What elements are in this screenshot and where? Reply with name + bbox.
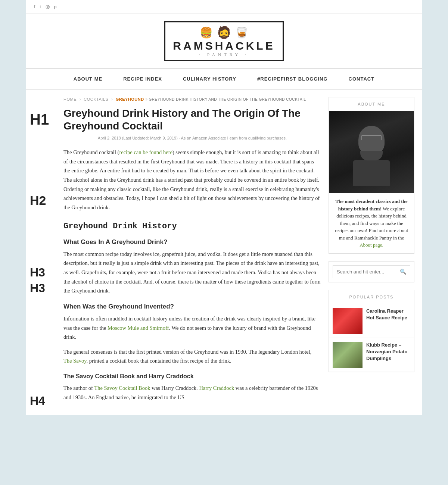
twitter-icon[interactable]: t [40, 4, 41, 10]
main-content: HOME › COCKTAILS › GREYHOUND » Greyhound… [63, 97, 321, 407]
instagram-icon[interactable]: ◎ [46, 4, 50, 10]
popular-post-1-thumb [333, 308, 363, 334]
popular-post-2-title: Klubb Recipe – Norwegian Potato Dumpling… [366, 342, 410, 362]
social-icons: f t ◎ p [34, 4, 56, 10]
h2-marker: H2 [30, 194, 49, 207]
nav-about-me[interactable]: ABOUT ME [63, 69, 113, 89]
logo-area: 🍔 🧔 🥃 RAMSHACKLE · PANTRY · [26, 14, 422, 68]
popular-post-2[interactable]: Klubb Recipe – Norwegian Potato Dumpling… [329, 338, 414, 372]
burger-icon: 🍔 [200, 26, 213, 39]
breadcrumb: HOME › COCKTAILS › GREYHOUND » Greyhound… [63, 97, 321, 101]
facebook-icon[interactable]: f [34, 4, 35, 10]
search-box: 🔍 [333, 265, 410, 278]
savoy-book-link[interactable]: The Savoy Cocktail Book [94, 385, 150, 391]
breadcrumb-home[interactable]: HOME [63, 97, 77, 101]
article-h4: The Savoy Cocktail Book and Harry Craddo… [63, 373, 321, 380]
breadcrumb-greyhound[interactable]: GREYHOUND [116, 97, 144, 101]
popular-posts-title: POPULAR POSTS [329, 290, 414, 304]
breadcrumb-cocktails[interactable]: COCKTAILS [84, 97, 108, 101]
breadcrumb-current: » Greyhound Drink History and The Origin… [145, 97, 306, 101]
article-date: April 2, 2018 (Last Updated: March 9, 20… [63, 136, 321, 140]
logo-icons: 🍔 🧔 🥃 [200, 25, 248, 40]
h3b-marker: H3 [30, 282, 49, 294]
article-h3-1: What Goes In A Greyhound Drink? [63, 238, 321, 246]
top-bar: f t ◎ p [26, 0, 422, 14]
article-p5: The author of The Savoy Cocktail Book wa… [63, 384, 321, 402]
search-icon: 🔍 [400, 269, 406, 275]
popular-post-1[interactable]: Carolina Reaper Hot Sauce Recipe [329, 304, 414, 338]
sidebar-about-text: The most decadent classics and the histo… [329, 193, 414, 253]
h3-marker: H3 [30, 266, 49, 278]
h1-marker: H1 [30, 112, 49, 127]
logo-subtitle: · PANTRY · [199, 52, 249, 57]
nav-recipe-index[interactable]: RECIPE INDEX [113, 69, 172, 89]
recipe-link[interactable]: recipe can be found here [119, 149, 172, 155]
article-h2: Greyhound Drink History [63, 222, 321, 231]
h4-marker: H4 [30, 395, 49, 407]
sidebar-search-widget: 🔍 [329, 261, 414, 282]
article-body: The Greyhound cocktail (recipe can be fo… [63, 148, 321, 402]
article-h3-2: When Was the Greyhound Invented? [63, 303, 321, 310]
separator-2: › [111, 97, 114, 101]
harry-craddock-link[interactable]: Harry Craddock [199, 385, 234, 391]
face-icon: 🧔 [217, 25, 231, 40]
sidebar-about-title: ABOUT ME [329, 97, 414, 111]
nav-recipefirst[interactable]: #RECIPEFIRST BLOGGING [247, 69, 338, 89]
main-nav: ABOUT ME RECIPE INDEX CULINARY HISTORY #… [26, 68, 422, 90]
sidebar-popular-posts: POPULAR POSTS Carolina Reaper Hot Sauce … [329, 290, 414, 372]
popular-post-1-title: Carolina Reaper Hot Sauce Recipe [366, 308, 410, 321]
article-p2: The most common recipe today involves ic… [63, 250, 321, 295]
nav-contact[interactable]: CONTACT [338, 69, 385, 89]
heading-markers: H1 H2 H3 H3 H4 [30, 112, 49, 407]
sidebar-about-widget: ABOUT ME [329, 97, 414, 254]
drink-icon: 🥃 [235, 26, 248, 39]
logo-title: RAMSHACKLE [173, 40, 275, 52]
nav-culinary-history[interactable]: CULINARY HISTORY [172, 69, 247, 89]
article-p3: Information is often muddled in cocktail… [63, 314, 321, 342]
article-title: Greyhound Drink History and The Origin O… [63, 107, 321, 132]
sidebar: ABOUT ME [329, 97, 414, 407]
about-page-link[interactable]: About page. [360, 242, 383, 248]
moscow-mule-link[interactable]: Moscow Mule and Smirnoff [108, 325, 169, 331]
article-intro: The Greyhound cocktail (recipe can be fo… [63, 148, 321, 212]
article-p4: The general consensus is that the first … [63, 347, 321, 366]
search-input[interactable] [337, 269, 400, 275]
pinterest-icon[interactable]: p [54, 4, 57, 10]
about-image [329, 111, 414, 193]
savoy-link[interactable]: The Savoy [63, 358, 86, 364]
separator-1: › [80, 97, 83, 101]
logo-wrapper: 🍔 🧔 🥃 RAMSHACKLE · PANTRY · [164, 21, 283, 61]
popular-post-2-thumb [333, 342, 363, 368]
